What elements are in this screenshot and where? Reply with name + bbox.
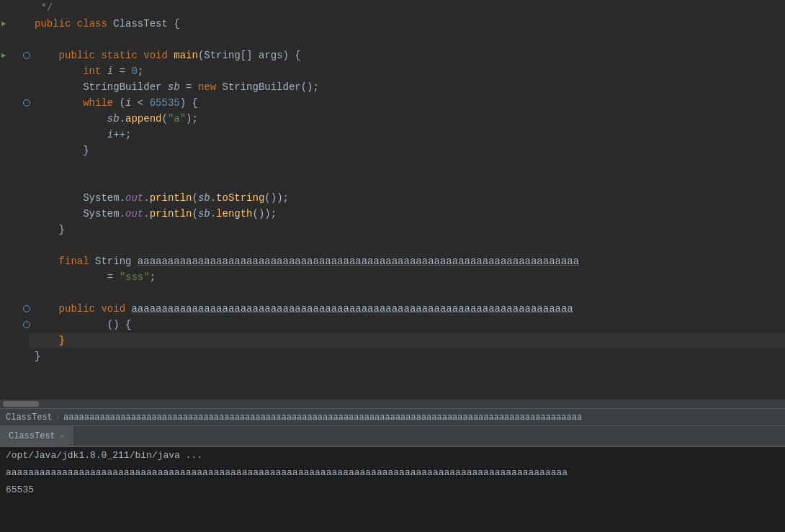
- code-line: while (i < 65535) {: [0, 95, 785, 111]
- code-text: = "sss";: [29, 269, 785, 285]
- code-text: }: [29, 333, 785, 348]
- code-line: ▶ public static void main(String[] args)…: [0, 48, 785, 63]
- gutter: [0, 285, 29, 301]
- code-text: int i = 0;: [29, 63, 785, 79]
- gutter: [0, 301, 29, 317]
- gutter: [0, 158, 29, 174]
- long-variable-name: aaaaaaaaaaaaaaaaaaaaaaaaaaaaaaaaaaaaaaaa…: [138, 256, 579, 267]
- code-text: public class ClassTest {: [29, 16, 785, 32]
- gutter: [0, 222, 29, 238]
- code-text: [29, 158, 785, 174]
- breadcrumb-separator: ›: [55, 412, 60, 423]
- code-text: [29, 174, 785, 190]
- gutter: [0, 253, 29, 269]
- code-text: sb.append("a");: [29, 111, 785, 127]
- gutter: [0, 127, 29, 143]
- code-text: }: [29, 348, 785, 364]
- code-line: [0, 238, 785, 253]
- gutter: [0, 143, 29, 158]
- tab-label: ClassTest: [9, 431, 55, 441]
- terminal-output-long: aaaaaaaaaaaaaaaaaaaaaaaaaaaaaaaaaaaaaaaa…: [0, 464, 785, 482]
- code-text: System.out.println(sb.length());: [29, 206, 785, 222]
- code-line: */: [0, 0, 785, 16]
- gutter: [0, 32, 29, 48]
- scrollbar-thumb[interactable]: [3, 401, 39, 407]
- code-line: i++;: [0, 127, 785, 143]
- breakpoint-dot: [23, 305, 30, 312]
- code-line: [0, 285, 785, 301]
- gutter: [0, 79, 29, 95]
- terminal-output-number: 65535: [0, 482, 785, 499]
- code-line: () {: [0, 317, 785, 333]
- code-line: sb.append("a");: [0, 111, 785, 127]
- code-text: System.out.println(sb.toString());: [29, 190, 785, 206]
- gutter: [0, 206, 29, 222]
- code-line: final String aaaaaaaaaaaaaaaaaaaaaaaaaaa…: [0, 253, 785, 269]
- code-line: StringBuilder sb = new StringBuilder();: [0, 79, 785, 95]
- gutter: [0, 95, 29, 111]
- gutter: [0, 63, 29, 79]
- breadcrumb-method: aaaaaaaaaaaaaaaaaaaaaaaaaaaaaaaaaaaaaaaa…: [63, 412, 582, 423]
- tab-classtest[interactable]: ClassTest ✕: [0, 426, 73, 446]
- terminal-command: /opt/Java/jdk1.8.0_211/bin/java ...: [0, 447, 785, 464]
- gutter: [0, 174, 29, 190]
- code-line: ▶ public class ClassTest {: [0, 16, 785, 32]
- gutter: ▶: [0, 16, 29, 32]
- editor-area: */ ▶ public class ClassTest { ▶ public s…: [0, 0, 785, 425]
- gutter: [0, 0, 29, 16]
- run-arrow-icon: ▶: [1, 48, 6, 63]
- code-text: public void aaaaaaaaaaaaaaaaaaaaaaaaaaaa…: [29, 301, 785, 317]
- code-text: }: [29, 143, 785, 158]
- code-text: [29, 285, 785, 301]
- gutter: [0, 333, 29, 348]
- code-line: System.out.println(sb.toString());: [0, 190, 785, 206]
- code-line: }: [0, 348, 785, 364]
- tab-close-icon[interactable]: ✕: [60, 432, 64, 441]
- code-line: [0, 174, 785, 190]
- code-text: }: [29, 222, 785, 238]
- breakpoint-dot: [23, 321, 30, 328]
- code-line-highlighted: }: [0, 333, 785, 348]
- code-line: public void aaaaaaaaaaaaaaaaaaaaaaaaaaaa…: [0, 301, 785, 317]
- run-arrow-icon: ▶: [1, 16, 6, 32]
- code-text: public static void main(String[] args) {: [29, 48, 785, 63]
- gutter: [0, 269, 29, 285]
- gutter: ▶: [0, 48, 29, 63]
- code-text: () {: [29, 317, 785, 333]
- code-line: }: [0, 143, 785, 158]
- code-line: [0, 32, 785, 48]
- code-text: i++;: [29, 127, 785, 143]
- code-text: while (i < 65535) {: [29, 95, 785, 111]
- code-line: }: [0, 222, 785, 238]
- code-text: StringBuilder sb = new StringBuilder();: [29, 79, 785, 95]
- breakpoint-dot: [23, 99, 30, 107]
- breadcrumb-bar: ClassTest › aaaaaaaaaaaaaaaaaaaaaaaaaaaa…: [0, 408, 785, 425]
- code-text: */: [29, 0, 785, 16]
- code-content[interactable]: */ ▶ public class ClassTest { ▶ public s…: [0, 0, 785, 400]
- code-line: System.out.println(sb.length());: [0, 206, 785, 222]
- long-method-name: aaaaaaaaaaaaaaaaaaaaaaaaaaaaaaaaaaaaaaaa…: [131, 303, 573, 315]
- terminal-area: /opt/Java/jdk1.8.0_211/bin/java ... aaaa…: [0, 446, 785, 532]
- gutter: [0, 348, 29, 364]
- gutter: [0, 238, 29, 253]
- gutter: [0, 190, 29, 206]
- tab-bar: ClassTest ✕: [0, 425, 785, 446]
- gutter: [0, 317, 29, 333]
- code-text: [29, 32, 785, 48]
- breakpoint-dot: [23, 52, 30, 59]
- gutter: [0, 111, 29, 127]
- code-text: [29, 238, 785, 253]
- code-line: = "sss";: [0, 269, 785, 285]
- code-line: int i = 0;: [0, 63, 785, 79]
- code-text: final String aaaaaaaaaaaaaaaaaaaaaaaaaaa…: [29, 253, 785, 269]
- code-line: [0, 158, 785, 174]
- breadcrumb-classtest: ClassTest: [6, 412, 53, 423]
- horizontal-scrollbar[interactable]: [0, 400, 785, 408]
